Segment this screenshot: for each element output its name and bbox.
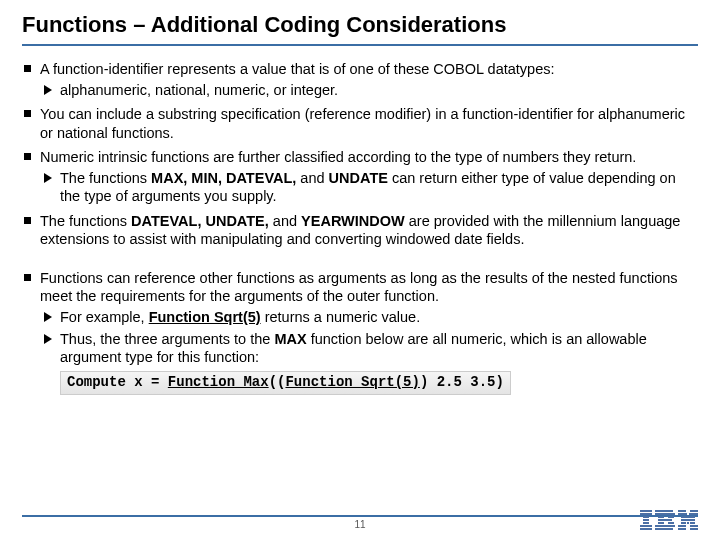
code-a: Compute x =	[67, 374, 168, 390]
svg-rect-23	[681, 522, 686, 524]
bullet-3: Numeric intrinsic functions are further …	[22, 148, 698, 206]
svg-rect-25	[690, 522, 695, 524]
svg-rect-6	[640, 528, 652, 530]
bullet-3-sub-1: The functions MAX, MIN, DATEVAL, and UND…	[40, 169, 698, 206]
svg-rect-2	[643, 516, 649, 518]
svg-rect-12	[658, 522, 664, 524]
bullet-3-text: Numeric intrinsic functions are further …	[40, 149, 636, 165]
svg-rect-5	[640, 525, 652, 527]
code-b: Function Max	[168, 374, 269, 390]
svg-rect-22	[681, 519, 695, 521]
b3s1-a: The functions	[60, 170, 151, 186]
bullet-1: A function-identifier represents a value…	[22, 60, 698, 99]
svg-rect-9	[658, 516, 664, 518]
svg-rect-8	[655, 513, 675, 515]
bullet-5: Functions can reference other functions …	[22, 269, 698, 395]
bullet-5-sublist: For example, Function Sqrt(5) returns a …	[40, 308, 698, 395]
b5s1-c: returns a numeric value.	[261, 309, 421, 325]
svg-rect-28	[678, 528, 686, 530]
b5s1-b: Function Sqrt(5)	[149, 309, 261, 325]
bullet-2: You can include a substring specificatio…	[22, 105, 698, 142]
svg-rect-7	[655, 510, 673, 512]
code-d: Function Sqrt(5)	[285, 374, 419, 390]
svg-rect-0	[640, 510, 652, 512]
svg-rect-16	[678, 510, 686, 512]
bullet-list: A function-identifier represents a value…	[22, 60, 698, 249]
b3s1-b: MAX, MIN, DATEVAL,	[151, 170, 296, 186]
svg-rect-29	[690, 528, 698, 530]
svg-rect-27	[690, 525, 698, 527]
code-c: ((	[269, 374, 286, 390]
b4-a: The functions	[40, 213, 131, 229]
svg-rect-14	[655, 525, 675, 527]
svg-rect-20	[681, 516, 688, 518]
b3s1-d: UNDATE	[329, 170, 388, 186]
svg-rect-11	[658, 519, 672, 521]
bullet-5-sub-2: Thus, the three arguments to the MAX fun…	[40, 330, 698, 395]
svg-rect-18	[678, 513, 687, 515]
spacer	[22, 255, 698, 269]
svg-rect-19	[689, 513, 698, 515]
svg-rect-24	[687, 522, 689, 524]
b3s1-c: and	[296, 170, 328, 186]
ibm-logo	[640, 510, 698, 532]
svg-rect-17	[690, 510, 698, 512]
bullet-1-text: A function-identifier represents a value…	[40, 61, 555, 77]
bullet-5-text: Functions can reference other functions …	[40, 270, 678, 305]
bullet-3-sublist: The functions MAX, MIN, DATEVAL, and UND…	[40, 169, 698, 206]
slide-title: Functions – Additional Coding Considerat…	[22, 12, 698, 46]
b5s2-b: MAX	[274, 331, 306, 347]
code-example: Compute x = Function Max((Function Sqrt(…	[60, 371, 511, 395]
bullet-1-sublist: alphanumeric, national, numeric, or inte…	[40, 81, 698, 100]
bullet-5-sub-1: For example, Function Sqrt(5) returns a …	[40, 308, 698, 327]
svg-rect-26	[678, 525, 686, 527]
page-number: 11	[354, 519, 365, 530]
footer: 11	[22, 515, 698, 530]
b5s1-a: For example,	[60, 309, 149, 325]
code-e: ) 2.5 3.5)	[420, 374, 504, 390]
svg-rect-15	[655, 528, 673, 530]
svg-rect-3	[643, 519, 649, 521]
code-wrapper: Compute x = Function Max((Function Sqrt(…	[60, 367, 698, 395]
svg-rect-1	[640, 513, 652, 515]
b5s2-a: Thus, the three arguments to the	[60, 331, 274, 347]
b4-d: YEARWINDOW	[301, 213, 405, 229]
svg-rect-10	[668, 516, 674, 518]
bullet-list-2: Functions can reference other functions …	[22, 269, 698, 395]
b4-b: DATEVAL, UNDATE,	[131, 213, 269, 229]
slide-container: Functions – Additional Coding Considerat…	[0, 0, 720, 395]
bullet-4: The functions DATEVAL, UNDATE, and YEARW…	[22, 212, 698, 249]
svg-rect-13	[668, 522, 674, 524]
bullet-1-sub-1: alphanumeric, national, numeric, or inte…	[40, 81, 698, 100]
b4-c: and	[269, 213, 301, 229]
svg-rect-4	[643, 522, 649, 524]
svg-rect-21	[688, 516, 695, 518]
